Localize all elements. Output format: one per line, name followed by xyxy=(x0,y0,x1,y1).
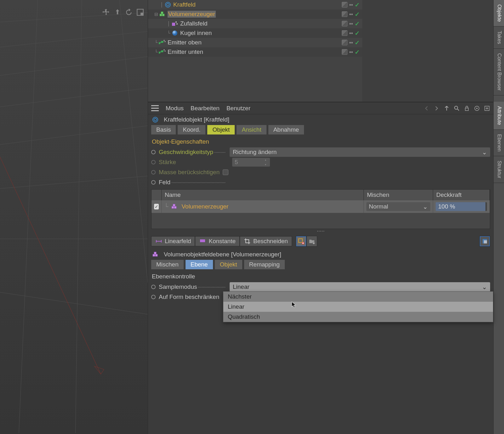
rotate-tool-icon[interactable] xyxy=(124,8,133,17)
visibility-toggle[interactable] xyxy=(342,49,347,55)
menu-user[interactable]: Benutzer xyxy=(226,105,250,112)
enable-check-icon[interactable]: ✓ xyxy=(355,30,360,37)
tab-abnahme[interactable]: Abnahme xyxy=(268,125,304,134)
render-dots-icon[interactable] xyxy=(349,42,353,43)
anim-dot[interactable] xyxy=(151,160,156,164)
anim-dot[interactable] xyxy=(151,150,156,154)
svg-rect-53 xyxy=(155,254,158,256)
move-tool-icon[interactable] xyxy=(102,8,111,17)
menu-icon[interactable] xyxy=(151,105,159,112)
tab-objekt-layer[interactable]: Objekt xyxy=(215,260,242,269)
tab-ansicht[interactable]: Ansicht xyxy=(237,125,266,134)
anim-dot[interactable] xyxy=(151,295,156,299)
lock-icon[interactable] xyxy=(464,105,470,111)
mass-checkbox[interactable] xyxy=(223,169,228,175)
enable-check-icon[interactable]: ✓ xyxy=(355,20,360,27)
samplemodus-dropdown[interactable]: Linear⌄ xyxy=(230,282,490,292)
side-tab-content-browser[interactable]: Content Browser xyxy=(494,49,504,95)
side-tab-takes[interactable]: Takes xyxy=(494,26,504,49)
enable-check-icon[interactable]: ✓ xyxy=(355,1,360,9)
konstante-button[interactable]: Konstante xyxy=(195,236,240,246)
speed-type-dropdown[interactable]: Richtung ändern⌄ xyxy=(230,147,490,157)
anim-dot[interactable] xyxy=(151,180,156,185)
tree-item-emitter-oben[interactable]: └ Emitter oben ✓ xyxy=(148,38,362,47)
svg-point-38 xyxy=(476,108,478,109)
render-dots-icon[interactable] xyxy=(349,32,353,34)
svg-rect-47 xyxy=(299,239,302,243)
tree-item-kraftfeld[interactable]: │ Kraftfeld ✓ xyxy=(148,0,362,9)
enable-check-icon[interactable]: ✓ xyxy=(355,39,360,46)
visibility-toggle[interactable] xyxy=(342,30,347,36)
tab-remapping[interactable]: Remapping xyxy=(244,260,285,269)
add-layer-button[interactable] xyxy=(296,236,306,247)
th-opacity[interactable]: Deckkraft xyxy=(433,190,490,200)
mix-dropdown[interactable]: Normal⌄ xyxy=(366,202,430,211)
render-dots-icon[interactable] xyxy=(349,14,353,15)
svg-rect-18 xyxy=(162,14,164,16)
menu-item-naechster[interactable]: Nächster xyxy=(223,292,493,302)
prop-label: Geschwindigkeitstyp xyxy=(159,149,213,156)
tab-koord[interactable]: Koord. xyxy=(178,125,205,134)
table-row[interactable]: ✓ └ Volumenerzeuger Normal⌄ 100 % xyxy=(152,200,490,213)
svg-point-32 xyxy=(164,49,165,50)
field-table: Name Mischen Deckkraft ✓ └ Volumenerzeug… xyxy=(151,189,490,229)
linearfeld-button[interactable]: Linearfeld xyxy=(151,236,195,246)
enable-check-icon[interactable]: ✓ xyxy=(355,49,360,56)
menu-item-linear[interactable]: Linear xyxy=(223,302,493,312)
tree-item-emitter-unten[interactable]: └ Emitter unten ✓ xyxy=(148,47,362,57)
render-dots-icon[interactable] xyxy=(349,51,353,53)
side-tab-objekte[interactable]: Objekte xyxy=(494,0,504,26)
volume-icon xyxy=(152,251,159,258)
menu-edit[interactable]: Bearbeiten xyxy=(191,105,220,112)
menu-mode[interactable]: Modus xyxy=(166,105,184,112)
visibility-toggle[interactable] xyxy=(342,11,347,17)
th-mix[interactable]: Mischen xyxy=(364,190,433,200)
collapse-icon[interactable]: ⊟ xyxy=(154,12,158,17)
tree-item-volumenerzeuger[interactable]: ⊟ Volumenerzeuger ✓ xyxy=(148,9,362,19)
prop-strength: Stärke 5▴▾ xyxy=(151,157,490,167)
strength-input[interactable]: 5▴▾ xyxy=(232,158,270,167)
row-checkbox[interactable]: ✓ xyxy=(154,204,159,209)
viewport[interactable] xyxy=(0,0,148,434)
opacity-slider[interactable]: 100 % xyxy=(436,202,487,211)
kraftfeld-icon xyxy=(164,1,171,8)
svg-point-16 xyxy=(165,2,170,7)
visibility-toggle[interactable] xyxy=(342,40,347,45)
nav-forward-icon[interactable] xyxy=(433,105,440,111)
tab-ebene[interactable]: Ebene xyxy=(186,260,213,269)
target-icon[interactable] xyxy=(474,105,480,111)
nav-up-icon[interactable] xyxy=(444,105,450,111)
tab-basis[interactable]: Basis xyxy=(151,125,176,134)
layer-title: Volumenobjektfeldebene [Volumenerzeuger] xyxy=(164,251,281,258)
add-folder-button[interactable] xyxy=(306,236,317,247)
resize-handle[interactable] xyxy=(148,230,493,232)
new-window-icon[interactable] xyxy=(484,105,490,111)
tree-item-kugel-innen[interactable]: └ Kugel innen ✓ xyxy=(148,28,362,38)
side-tab-struktur[interactable]: Struktur xyxy=(494,156,504,183)
tree-item-zufallsfeld[interactable]: │ Zufallsfeld ✓ xyxy=(148,19,362,28)
menu-item-quadratisch[interactable]: Quadratisch xyxy=(223,312,493,322)
anim-dot[interactable] xyxy=(151,170,156,174)
frame-tool-icon[interactable] xyxy=(136,8,145,17)
render-dots-icon[interactable] xyxy=(349,4,353,6)
th-name[interactable]: Name xyxy=(162,190,364,200)
row-name: Volumenerzeuger xyxy=(181,203,228,210)
nav-back-icon[interactable] xyxy=(423,105,430,111)
side-tab-attribute[interactable]: Attribute xyxy=(494,102,504,130)
zoom-tool-icon[interactable] xyxy=(113,8,122,17)
render-dots-icon[interactable] xyxy=(349,23,353,25)
layer-mode-button[interactable] xyxy=(479,236,490,247)
enable-check-icon[interactable]: ✓ xyxy=(355,11,360,18)
svg-line-2 xyxy=(0,57,148,76)
visibility-toggle[interactable] xyxy=(342,21,347,26)
search-icon[interactable] xyxy=(454,105,460,111)
tab-objekt[interactable]: Objekt xyxy=(207,125,235,134)
object-tree[interactable]: │ Kraftfeld ✓ ⊟ Volumenerzeuger ✓ │ Zufa… xyxy=(148,0,362,102)
svg-rect-20 xyxy=(172,23,175,26)
visibility-toggle[interactable] xyxy=(342,2,347,8)
anim-dot[interactable] xyxy=(151,285,156,289)
kraftfeld-icon xyxy=(152,116,159,123)
side-tab-ebenen[interactable]: Ebenen xyxy=(494,130,504,156)
beschneiden-button[interactable]: Beschneiden xyxy=(240,236,292,246)
tab-mischen[interactable]: Mischen xyxy=(151,260,184,269)
